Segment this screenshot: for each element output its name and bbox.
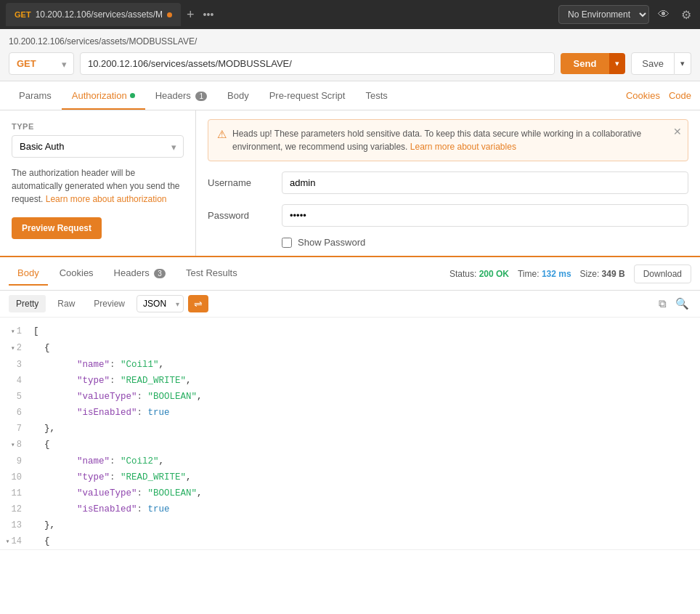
wrap-lines-button[interactable]: ⇌: [188, 295, 208, 312]
username-label: Username: [208, 177, 273, 188]
tab-params[interactable]: Params: [9, 83, 62, 110]
code-line-8: ▾8 {: [0, 437, 700, 453]
line-number: ▾2: [0, 340, 30, 357]
resp-headers-badge: 3: [154, 269, 166, 278]
resp-tab-body[interactable]: Body: [9, 262, 48, 286]
copy-button[interactable]: ⧉: [656, 295, 669, 312]
alert-icon: ⚠: [217, 128, 227, 141]
fold-arrow[interactable]: ▾: [11, 344, 15, 352]
save-button[interactable]: Save: [631, 52, 675, 75]
password-label: Password: [208, 210, 273, 221]
line-content: "isEnabled": true: [30, 405, 700, 421]
http-method-select[interactable]: GET: [9, 52, 74, 75]
format-pretty[interactable]: Pretty: [9, 295, 46, 312]
response-section: Body Cookies Headers 3 Test Results Stat…: [0, 256, 700, 550]
auth-learn-more-link[interactable]: Learn more about authorization: [46, 194, 167, 204]
line-content: "type": "READ_WRITE",: [30, 469, 700, 485]
search-button[interactable]: 🔍: [673, 295, 691, 312]
line-content: "type": "READ_WRITE",: [30, 373, 700, 389]
code-actions: ⧉ 🔍: [656, 295, 691, 312]
line-content: "valueType": "BOOLEAN",: [30, 485, 700, 501]
line-number: ▾1: [0, 323, 30, 340]
line-number: 6: [0, 405, 30, 421]
type-label: TYPE: [12, 122, 184, 131]
code-toolbar: Pretty Raw Preview JSON ⇌ ⧉ 🔍: [0, 291, 700, 318]
tab-headers[interactable]: Headers 1: [145, 83, 217, 110]
fold-arrow[interactable]: ▾: [6, 538, 10, 546]
show-password-label[interactable]: Show Password: [298, 237, 365, 248]
method-badge: GET: [15, 10, 31, 19]
data-type-select[interactable]: JSON: [137, 295, 184, 312]
tab-prerequest[interactable]: Pre-request Script: [259, 83, 356, 110]
top-tab-actions: No Environment 👁 ⚙: [558, 5, 694, 25]
resp-tab-headers[interactable]: Headers 3: [105, 262, 174, 286]
fold-arrow[interactable]: ▾: [11, 328, 15, 336]
auth-right: ⚠ Heads up! These parameters hold sensit…: [196, 110, 700, 256]
tab-authorization[interactable]: Authorization: [62, 83, 145, 110]
code-line-7: 7 },: [0, 421, 700, 437]
top-tab-bar: GET 10.200.12.106/services/assets/M + ••…: [0, 0, 700, 29]
send-btn-group: Send ▾: [561, 53, 626, 74]
code-line-1: ▾1 [: [0, 323, 700, 340]
line-content: "name": "Coil1",: [30, 357, 700, 373]
request-tabs: Params Authorization Headers 1 Body Pre-…: [0, 81, 700, 110]
line-content: },: [30, 421, 700, 437]
status-value: 200 OK: [479, 269, 509, 279]
resp-tab-test-results[interactable]: Test Results: [177, 262, 246, 286]
line-content: {: [30, 340, 700, 357]
tab-body[interactable]: Body: [217, 83, 259, 110]
line-content: [: [30, 323, 700, 340]
breadcrumb: 10.200.12.106/services/assets/MODBUSSLAV…: [9, 33, 691, 49]
alert-text: Heads up! These parameters hold sensitiv…: [232, 127, 679, 153]
url-input[interactable]: [80, 52, 555, 75]
code-line-12: 12 "isEnabled": true: [0, 501, 700, 517]
alert-close-button[interactable]: ✕: [673, 126, 682, 137]
eye-icon-button[interactable]: 👁: [655, 5, 672, 24]
format-raw[interactable]: Raw: [50, 295, 82, 312]
send-button[interactable]: Send: [561, 53, 610, 74]
password-input[interactable]: [282, 204, 688, 227]
auth-active-dot: [130, 93, 135, 98]
alert-learn-more-link[interactable]: Learn more about variables: [410, 142, 516, 152]
save-btn-group: Save ▾: [631, 52, 691, 75]
code-line-3: 3 "name": "Coil1",: [0, 357, 700, 373]
line-number: 10: [0, 469, 30, 485]
line-number: 3: [0, 357, 30, 373]
line-number: 4: [0, 373, 30, 389]
line-number: ▾14: [0, 533, 30, 550]
fold-arrow[interactable]: ▾: [11, 441, 15, 449]
cookies-link[interactable]: Cookies: [626, 90, 660, 101]
username-input[interactable]: [282, 171, 688, 194]
auth-description: The authorization header will be automat…: [12, 166, 184, 206]
download-button[interactable]: Download: [634, 264, 691, 283]
line-number: 9: [0, 453, 30, 469]
time-value: 132 ms: [542, 269, 571, 279]
environment-select[interactable]: No Environment: [558, 5, 649, 24]
more-tabs-button[interactable]: •••: [200, 9, 217, 20]
auth-alert: ⚠ Heads up! These parameters hold sensit…: [208, 119, 688, 161]
code-line-5: 5 "valueType": "BOOLEAN",: [0, 389, 700, 405]
send-dropdown-button[interactable]: ▾: [609, 53, 625, 74]
headers-badge: 1: [195, 92, 207, 101]
preview-request-button[interactable]: Preview Request: [12, 217, 102, 239]
resp-tab-cookies[interactable]: Cookies: [51, 262, 102, 286]
auth-type-select[interactable]: Basic Auth: [12, 135, 184, 158]
settings-icon-button[interactable]: ⚙: [678, 5, 694, 25]
line-content: "valueType": "BOOLEAN",: [30, 389, 700, 405]
new-tab-button[interactable]: +: [184, 7, 198, 23]
auth-left: TYPE Basic Auth The authorization header…: [0, 110, 196, 256]
json-select-wrap: JSON: [137, 295, 184, 312]
code-line-13: 13 },: [0, 517, 700, 533]
save-dropdown-button[interactable]: ▾: [675, 52, 691, 75]
tab-tests[interactable]: Tests: [355, 83, 397, 110]
line-content: },: [30, 517, 700, 533]
size-label: Size: 349 B: [580, 269, 625, 279]
line-content: "isEnabled": true: [30, 501, 700, 517]
request-tab[interactable]: GET 10.200.12.106/services/assets/M: [6, 3, 181, 26]
password-row: Password: [208, 204, 688, 227]
format-preview[interactable]: Preview: [86, 295, 132, 312]
resp-status: Status: 200 OK Time: 132 ms Size: 349 B …: [449, 264, 691, 283]
code-link[interactable]: Code: [669, 90, 691, 101]
show-password-checkbox[interactable]: [282, 238, 292, 248]
tab-url: 10.200.12.106/services/assets/M: [36, 9, 163, 20]
